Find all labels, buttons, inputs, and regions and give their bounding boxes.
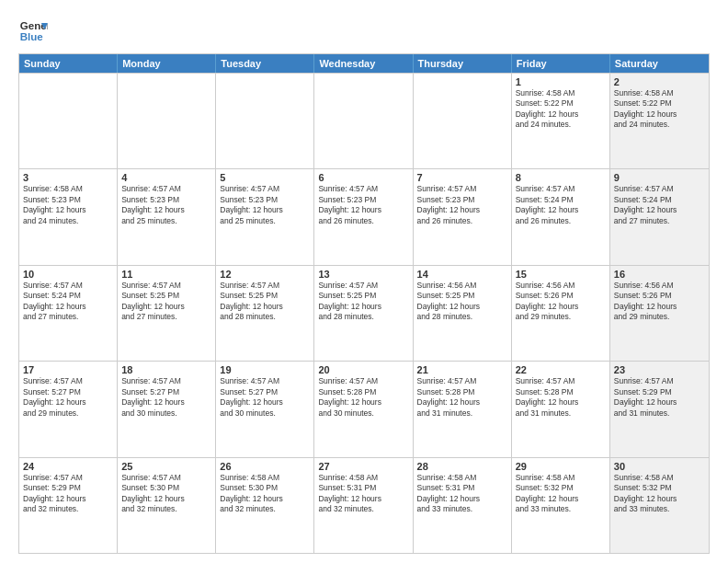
calendar-day-1: 1Sunrise: 4:58 AM Sunset: 5:22 PM Daylig… xyxy=(512,74,610,168)
calendar-day-30: 30Sunrise: 4:58 AM Sunset: 5:32 PM Dayli… xyxy=(610,458,709,553)
day-info: Sunrise: 4:57 AM Sunset: 5:23 PM Dayligh… xyxy=(121,184,211,226)
calendar-day-24: 24Sunrise: 4:57 AM Sunset: 5:29 PM Dayli… xyxy=(19,458,118,553)
weekday-header-monday: Monday xyxy=(118,54,216,73)
day-number: 1 xyxy=(516,76,606,87)
day-number: 21 xyxy=(417,364,507,375)
day-info: Sunrise: 4:57 AM Sunset: 5:28 PM Dayligh… xyxy=(417,376,507,419)
calendar-day-18: 18Sunrise: 4:57 AM Sunset: 5:27 PM Dayli… xyxy=(118,362,216,456)
day-number: 13 xyxy=(318,269,408,280)
calendar-day-28: 28Sunrise: 4:58 AM Sunset: 5:31 PM Dayli… xyxy=(414,458,512,553)
calendar-day-20: 20Sunrise: 4:57 AM Sunset: 5:28 PM Dayli… xyxy=(314,362,413,456)
day-info: Sunrise: 4:57 AM Sunset: 5:27 PM Dayligh… xyxy=(23,376,113,419)
calendar-week-4: 17Sunrise: 4:57 AM Sunset: 5:27 PM Dayli… xyxy=(19,361,709,456)
calendar-day-23: 23Sunrise: 4:57 AM Sunset: 5:29 PM Dayli… xyxy=(610,362,709,456)
calendar: SundayMondayTuesdayWednesdayThursdayFrid… xyxy=(18,53,710,554)
day-number: 4 xyxy=(121,172,211,183)
day-number: 11 xyxy=(121,269,211,280)
day-number: 12 xyxy=(220,269,310,280)
day-number: 27 xyxy=(318,461,408,472)
calendar-day-26: 26Sunrise: 4:58 AM Sunset: 5:30 PM Dayli… xyxy=(216,458,314,553)
day-number: 15 xyxy=(516,269,606,280)
day-number: 14 xyxy=(417,269,507,280)
svg-text:Blue: Blue xyxy=(20,31,44,42)
day-info: Sunrise: 4:57 AM Sunset: 5:25 PM Dayligh… xyxy=(121,281,211,323)
calendar-week-2: 3Sunrise: 4:58 AM Sunset: 5:23 PM Daylig… xyxy=(19,168,709,264)
day-info: Sunrise: 4:58 AM Sunset: 5:22 PM Dayligh… xyxy=(516,88,606,131)
calendar-empty-cell xyxy=(314,74,413,168)
weekday-header-saturday: Saturday xyxy=(610,54,709,73)
calendar-day-5: 5Sunrise: 4:57 AM Sunset: 5:23 PM Daylig… xyxy=(216,169,314,264)
header: General Blue xyxy=(18,17,710,46)
day-number: 30 xyxy=(614,461,705,472)
day-info: Sunrise: 4:57 AM Sunset: 5:27 PM Dayligh… xyxy=(220,376,310,419)
calendar-week-3: 10Sunrise: 4:57 AM Sunset: 5:24 PM Dayli… xyxy=(19,265,709,361)
day-number: 24 xyxy=(23,461,113,472)
calendar-day-8: 8Sunrise: 4:57 AM Sunset: 5:24 PM Daylig… xyxy=(512,169,610,264)
day-number: 9 xyxy=(614,172,705,183)
day-number: 8 xyxy=(516,172,606,183)
calendar-day-10: 10Sunrise: 4:57 AM Sunset: 5:24 PM Dayli… xyxy=(19,266,118,361)
day-number: 5 xyxy=(220,172,310,183)
calendar-day-13: 13Sunrise: 4:57 AM Sunset: 5:25 PM Dayli… xyxy=(314,266,413,361)
day-info: Sunrise: 4:57 AM Sunset: 5:28 PM Dayligh… xyxy=(318,376,408,419)
calendar-day-7: 7Sunrise: 4:57 AM Sunset: 5:23 PM Daylig… xyxy=(414,169,512,264)
day-info: Sunrise: 4:57 AM Sunset: 5:30 PM Dayligh… xyxy=(121,473,211,515)
calendar-day-14: 14Sunrise: 4:56 AM Sunset: 5:25 PM Dayli… xyxy=(414,266,512,361)
day-number: 22 xyxy=(516,364,606,375)
day-info: Sunrise: 4:57 AM Sunset: 5:24 PM Dayligh… xyxy=(516,184,606,226)
day-number: 25 xyxy=(121,461,211,472)
calendar-empty-cell xyxy=(19,74,118,168)
day-info: Sunrise: 4:56 AM Sunset: 5:26 PM Dayligh… xyxy=(516,281,606,323)
day-number: 2 xyxy=(614,76,705,87)
calendar-header-row: SundayMondayTuesdayWednesdayThursdayFrid… xyxy=(19,54,709,73)
day-info: Sunrise: 4:57 AM Sunset: 5:24 PM Dayligh… xyxy=(614,184,705,226)
weekday-header-sunday: Sunday xyxy=(19,54,118,73)
day-info: Sunrise: 4:58 AM Sunset: 5:31 PM Dayligh… xyxy=(318,473,408,515)
calendar-day-17: 17Sunrise: 4:57 AM Sunset: 5:27 PM Dayli… xyxy=(19,362,118,456)
day-info: Sunrise: 4:57 AM Sunset: 5:25 PM Dayligh… xyxy=(318,281,408,323)
day-info: Sunrise: 4:58 AM Sunset: 5:32 PM Dayligh… xyxy=(614,473,705,515)
calendar-day-27: 27Sunrise: 4:58 AM Sunset: 5:31 PM Dayli… xyxy=(314,458,413,553)
logo-icon: General Blue xyxy=(18,17,48,46)
day-number: 19 xyxy=(220,364,310,375)
day-info: Sunrise: 4:57 AM Sunset: 5:23 PM Dayligh… xyxy=(417,184,507,226)
day-number: 16 xyxy=(614,269,705,280)
calendar-empty-cell xyxy=(118,74,216,168)
day-info: Sunrise: 4:58 AM Sunset: 5:23 PM Dayligh… xyxy=(23,184,113,226)
calendar-week-1: 1Sunrise: 4:58 AM Sunset: 5:22 PM Daylig… xyxy=(19,73,709,168)
day-number: 17 xyxy=(23,364,113,375)
calendar-day-21: 21Sunrise: 4:57 AM Sunset: 5:28 PM Dayli… xyxy=(414,362,512,456)
calendar-day-19: 19Sunrise: 4:57 AM Sunset: 5:27 PM Dayli… xyxy=(216,362,314,456)
day-number: 28 xyxy=(417,461,507,472)
calendar-body: 1Sunrise: 4:58 AM Sunset: 5:22 PM Daylig… xyxy=(19,73,709,553)
day-info: Sunrise: 4:56 AM Sunset: 5:25 PM Dayligh… xyxy=(417,281,507,323)
day-info: Sunrise: 4:56 AM Sunset: 5:26 PM Dayligh… xyxy=(614,281,705,323)
weekday-header-friday: Friday xyxy=(512,54,610,73)
calendar-page: General Blue SundayMondayTuesdayWednesda… xyxy=(0,0,728,563)
day-number: 10 xyxy=(23,269,113,280)
day-number: 29 xyxy=(516,461,606,472)
day-info: Sunrise: 4:57 AM Sunset: 5:23 PM Dayligh… xyxy=(318,184,408,226)
day-info: Sunrise: 4:58 AM Sunset: 5:31 PM Dayligh… xyxy=(417,473,507,515)
logo: General Blue xyxy=(18,17,48,46)
calendar-day-2: 2Sunrise: 4:58 AM Sunset: 5:22 PM Daylig… xyxy=(610,74,709,168)
calendar-day-6: 6Sunrise: 4:57 AM Sunset: 5:23 PM Daylig… xyxy=(314,169,413,264)
day-info: Sunrise: 4:58 AM Sunset: 5:30 PM Dayligh… xyxy=(220,473,310,515)
day-info: Sunrise: 4:57 AM Sunset: 5:29 PM Dayligh… xyxy=(23,473,113,515)
day-info: Sunrise: 4:57 AM Sunset: 5:23 PM Dayligh… xyxy=(220,184,310,226)
calendar-day-11: 11Sunrise: 4:57 AM Sunset: 5:25 PM Dayli… xyxy=(118,266,216,361)
weekday-header-thursday: Thursday xyxy=(414,54,512,73)
calendar-day-25: 25Sunrise: 4:57 AM Sunset: 5:30 PM Dayli… xyxy=(118,458,216,553)
calendar-day-29: 29Sunrise: 4:58 AM Sunset: 5:32 PM Dayli… xyxy=(512,458,610,553)
day-number: 23 xyxy=(614,364,705,375)
day-info: Sunrise: 4:57 AM Sunset: 5:27 PM Dayligh… xyxy=(121,376,211,419)
calendar-empty-cell xyxy=(216,74,314,168)
calendar-day-3: 3Sunrise: 4:58 AM Sunset: 5:23 PM Daylig… xyxy=(19,169,118,264)
calendar-day-4: 4Sunrise: 4:57 AM Sunset: 5:23 PM Daylig… xyxy=(118,169,216,264)
calendar-day-22: 22Sunrise: 4:57 AM Sunset: 5:28 PM Dayli… xyxy=(512,362,610,456)
weekday-header-wednesday: Wednesday xyxy=(314,54,413,73)
day-info: Sunrise: 4:57 AM Sunset: 5:24 PM Dayligh… xyxy=(23,281,113,323)
day-number: 26 xyxy=(220,461,310,472)
day-number: 18 xyxy=(121,364,211,375)
day-number: 6 xyxy=(318,172,408,183)
